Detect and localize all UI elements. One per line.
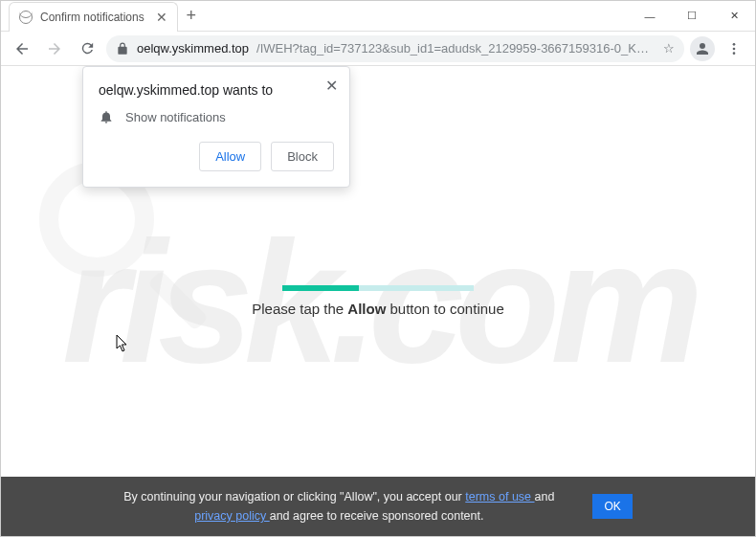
reload-button[interactable] <box>74 35 100 62</box>
svg-point-0 <box>733 43 736 46</box>
kebab-icon <box>726 41 742 56</box>
reload-icon <box>79 40 96 56</box>
minimize-button[interactable]: — <box>629 1 671 31</box>
progress-fill <box>282 285 359 291</box>
forward-button[interactable] <box>41 35 68 62</box>
profile-avatar[interactable] <box>690 36 715 61</box>
cookie-ok-button[interactable]: OK <box>592 494 632 519</box>
tap-bold: Allow <box>347 301 386 317</box>
tab-strip: Confirm notifications ✕ + <box>1 1 205 31</box>
tab-title: Confirm notifications <box>40 11 145 24</box>
lock-icon <box>116 42 129 56</box>
permission-item: Show notifications <box>99 109 334 124</box>
close-tab-icon[interactable]: ✕ <box>156 10 167 25</box>
url-host: oelqw.yskimmed.top <box>137 41 249 56</box>
globe-icon <box>19 11 33 24</box>
cookie-and: and <box>535 490 555 503</box>
address-bar: oelqw.yskimmed.top /IWEH?tag_id=737123&s… <box>1 32 755 66</box>
cookie-text: By continuing your navigation or clickin… <box>123 487 554 526</box>
tab-active[interactable]: Confirm notifications ✕ <box>9 2 178 32</box>
permission-item-label: Show notifications <box>125 110 226 124</box>
page-viewport: risk.com Please tap the Allow button to … <box>1 66 755 536</box>
window-controls: — ☐ ✕ <box>629 1 755 31</box>
notification-permission-popup: ✕ oelqw.yskimmed.top wants to Show notif… <box>82 66 350 188</box>
block-button[interactable]: Block <box>271 142 334 171</box>
svg-point-2 <box>733 52 736 55</box>
arrow-right-icon <box>46 40 63 57</box>
tap-pre: Please tap the <box>252 301 347 317</box>
cookie-banner: By continuing your navigation or clickin… <box>1 477 755 536</box>
browser-window: Confirm notifications ✕ + — ☐ ✕ oelqw.ys… <box>0 0 756 537</box>
privacy-link[interactable]: privacy policy <box>194 509 270 523</box>
url-field[interactable]: oelqw.yskimmed.top /IWEH?tag_id=737123&s… <box>106 35 684 62</box>
cookie-line2: and agree to receive sponsored content. <box>270 509 484 523</box>
tap-post: button to continue <box>386 301 503 317</box>
bookmark-star-icon[interactable]: ☆ <box>663 41 675 56</box>
close-icon[interactable]: ✕ <box>325 77 338 95</box>
url-path: /IWEH?tag_id=737123&sub_id1=adudsk_21299… <box>256 41 656 56</box>
svg-point-1 <box>733 47 736 50</box>
arrow-left-icon <box>13 40 31 57</box>
permission-buttons: Allow Block <box>99 142 334 171</box>
permission-title: oelqw.yskimmed.top wants to <box>99 82 334 98</box>
tap-allow-message: Please tap the Allow button to continue <box>252 301 504 317</box>
person-icon <box>694 40 711 57</box>
progress-bar <box>282 285 474 291</box>
maximize-button[interactable]: ☐ <box>671 1 713 31</box>
allow-button[interactable]: Allow <box>199 142 261 171</box>
close-window-button[interactable]: ✕ <box>713 1 755 31</box>
back-button[interactable] <box>9 35 35 62</box>
cookie-line1: By continuing your navigation or clickin… <box>123 490 465 503</box>
terms-link[interactable]: terms of use <box>465 490 534 503</box>
menu-button[interactable] <box>721 35 747 62</box>
bell-icon <box>99 109 114 124</box>
new-tab-button[interactable]: + <box>178 1 205 31</box>
titlebar: Confirm notifications ✕ + — ☐ ✕ <box>1 1 755 32</box>
